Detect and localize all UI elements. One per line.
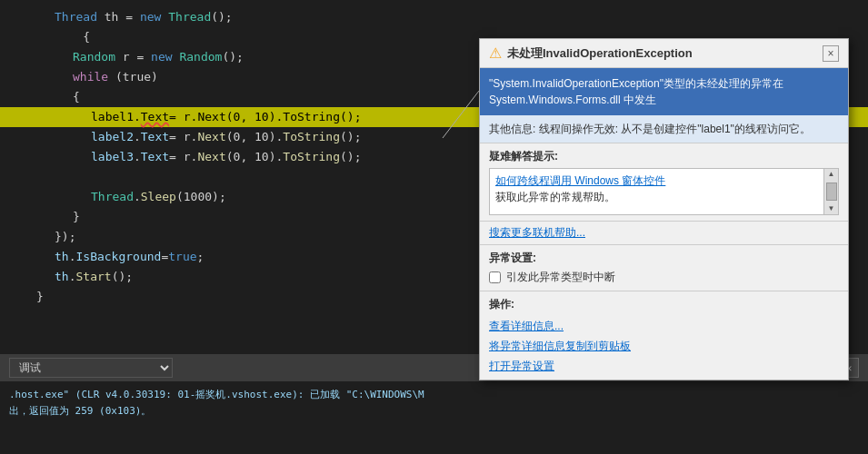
action-link-details[interactable]: 查看详细信息... bbox=[489, 316, 839, 336]
break-checkbox[interactable] bbox=[489, 271, 501, 283]
search-link[interactable]: 搜索更多联机帮助... bbox=[480, 222, 848, 245]
scroll-thumb[interactable] bbox=[826, 183, 837, 201]
dialog-close-button[interactable]: × bbox=[823, 45, 839, 62]
code-line: Thread th = new Thread(); bbox=[0, 7, 868, 27]
actions-title: 操作: bbox=[489, 297, 839, 312]
keyword: Thread bbox=[55, 7, 97, 27]
troubleshoot-content: 如何跨线程调用 Windows 窗体控件 获取此异常的常规帮助。 ▲ ▼ bbox=[489, 168, 839, 215]
exception-dialog: ⚠ 未处理InvalidOperationException × "System… bbox=[479, 38, 849, 380]
exception-settings: 异常设置: 引发此异常类型时中断 bbox=[480, 245, 848, 291]
action-link-settings[interactable]: 打开异常设置 bbox=[489, 356, 839, 376]
exception-message: "System.InvalidOperationException"类型的未经处… bbox=[480, 68, 848, 115]
checkbox-row: 引发此异常类型时中断 bbox=[489, 270, 839, 285]
troubleshoot-section: 疑难解答提示: 如何跨线程调用 Windows 窗体控件 获取此异常的常规帮助。… bbox=[480, 143, 848, 222]
troubleshoot-title: 疑难解答提示: bbox=[489, 149, 839, 164]
settings-title: 异常设置: bbox=[489, 251, 839, 266]
debug-dropdown[interactable]: 调试 bbox=[9, 358, 173, 378]
troubleshoot-text-2: 获取此异常的常规帮助。 bbox=[495, 189, 818, 205]
warning-icon: ⚠ bbox=[489, 44, 502, 62]
actions-section: 操作: 查看详细信息... 将异常详细信息复制到剪贴板 打开异常设置 bbox=[480, 291, 848, 380]
scrollbar[interactable]: ▲ ▼ bbox=[824, 168, 839, 215]
dialog-title-bar: ⚠ 未处理InvalidOperationException × bbox=[480, 39, 848, 68]
exception-info: 其他信息: 线程间操作无效: 从不是创建控件"label1"的线程访问它。 bbox=[480, 115, 848, 143]
dialog-title: 未处理InvalidOperationException bbox=[507, 45, 817, 62]
scroll-up-icon[interactable]: ▲ bbox=[828, 171, 835, 178]
output-panel: .host.exe" (CLR v4.0.30319: 01-摇奖机.vshos… bbox=[0, 383, 868, 454]
troubleshoot-text: 如何跨线程调用 Windows 窗体控件 获取此异常的常规帮助。 bbox=[489, 168, 824, 215]
scroll-down-icon[interactable]: ▼ bbox=[828, 205, 835, 212]
output-line-2: 出，返回值为 259 (0x103)。 bbox=[9, 403, 859, 419]
checkbox-label: 引发此异常类型时中断 bbox=[506, 270, 615, 285]
action-link-copy[interactable]: 将异常详细信息复制到剪贴板 bbox=[489, 336, 839, 356]
troubleshoot-link-1[interactable]: 如何跨线程调用 Windows 窗体控件 bbox=[495, 173, 818, 189]
output-line-1: .host.exe" (CLR v4.0.30319: 01-摇奖机.vshos… bbox=[9, 387, 859, 403]
